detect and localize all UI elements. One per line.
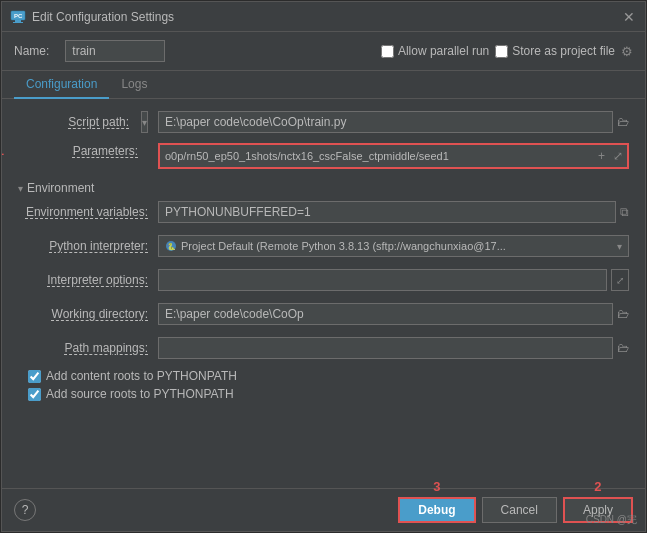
parameters-input-wrapper: + ⤢	[158, 143, 629, 169]
add-content-roots-row: Add content roots to PYTHONPATH	[18, 369, 629, 383]
working-dir-folder-icon[interactable]: 🗁	[617, 307, 629, 321]
name-label: Name:	[14, 44, 49, 58]
debug-wrapper: 3 Debug	[398, 497, 475, 523]
python-interpreter-row: Python interpreter: 🐍 Project Default (R…	[18, 233, 629, 259]
parameters-row: 1 Parameters: + ⤢	[18, 143, 629, 169]
dialog-title: Edit Configuration Settings	[32, 10, 174, 24]
add-source-roots-row: Add source roots to PYTHONPATH	[18, 387, 629, 401]
script-path-field: 🗁	[158, 111, 629, 133]
python-interpreter-label: Python interpreter:	[18, 239, 158, 253]
add-source-roots-checkbox[interactable]	[28, 388, 41, 401]
interpreter-options-expand[interactable]: ⤢	[611, 269, 629, 291]
script-path-label: Script path:	[2, 115, 139, 129]
watermark: CSDN @完	[586, 513, 637, 527]
title-bar: PC Edit Configuration Settings ✕	[2, 2, 645, 32]
close-button[interactable]: ✕	[621, 9, 637, 25]
add-source-roots-label[interactable]: Add source roots to PYTHONPATH	[28, 387, 234, 401]
script-path-dropdown[interactable]: ▾	[141, 111, 148, 133]
interpreter-value: Project Default (Remote Python 3.8.13 (s…	[181, 240, 506, 252]
working-directory-label: Working directory:	[18, 307, 158, 321]
interpreter-options-field: ⤢	[158, 269, 629, 291]
annotation-2: 2	[594, 479, 601, 494]
script-path-folder-icon[interactable]: 🗁	[617, 115, 629, 129]
help-button[interactable]: ?	[14, 499, 36, 521]
tab-configuration[interactable]: Configuration	[14, 71, 109, 99]
cancel-button[interactable]: Cancel	[482, 497, 557, 523]
env-copy-icon[interactable]: ⧉	[620, 205, 629, 219]
parameters-add-btn[interactable]: +	[595, 148, 608, 164]
title-bar-left: PC Edit Configuration Settings	[10, 9, 174, 25]
working-directory-input[interactable]	[158, 303, 613, 325]
path-mappings-input[interactable]	[158, 337, 613, 359]
debug-button[interactable]: Debug	[398, 497, 475, 523]
checkbox-group: Allow parallel run Store as project file…	[381, 44, 633, 59]
add-content-roots-label[interactable]: Add content roots to PYTHONPATH	[28, 369, 237, 383]
path-mappings-field: 🗁	[158, 337, 629, 359]
interpreter-options-input[interactable]	[158, 269, 607, 291]
python-interpreter-field: 🐍 Project Default (Remote Python 3.8.13 …	[158, 235, 629, 257]
working-directory-row: Working directory: 🗁	[18, 301, 629, 327]
python-interpreter-select[interactable]: 🐍 Project Default (Remote Python 3.8.13 …	[158, 235, 629, 257]
edit-config-dialog: PC Edit Configuration Settings ✕ Name: A…	[1, 1, 646, 532]
path-mappings-label: Path mappings:	[18, 341, 158, 355]
params-label-wrapper: 1 Parameters:	[18, 143, 158, 158]
bottom-bar: ? 3 Debug Cancel 2 Apply	[2, 488, 645, 531]
script-path-input[interactable]	[158, 111, 613, 133]
top-bar: Name: Allow parallel run Store as projec…	[2, 32, 645, 71]
environment-arrow[interactable]: ▾	[18, 183, 23, 194]
gear-icon[interactable]: ⚙	[621, 44, 633, 59]
env-variables-label: Environment variables:	[18, 205, 158, 219]
env-variables-input[interactable]	[158, 201, 616, 223]
path-mappings-row: Path mappings: 🗁	[18, 335, 629, 361]
interpreter-options-label: Interpreter options:	[18, 273, 158, 287]
env-variables-field: ⧉	[158, 201, 629, 223]
name-input[interactable]	[65, 40, 165, 62]
environment-section: ▾ Environment	[18, 177, 629, 199]
parameters-expand-btn[interactable]: ⤢	[610, 148, 626, 164]
path-mappings-folder-icon[interactable]: 🗁	[617, 341, 629, 355]
tab-logs[interactable]: Logs	[109, 71, 159, 99]
svg-text:PC: PC	[14, 13, 23, 19]
annotation-1: 1	[2, 143, 4, 158]
svg-text:🐍: 🐍	[167, 242, 176, 251]
store-project-checkbox[interactable]	[495, 45, 508, 58]
annotation-3: 3	[433, 479, 440, 494]
add-content-roots-checkbox[interactable]	[28, 370, 41, 383]
app-icon: PC	[10, 9, 26, 25]
allow-parallel-label[interactable]: Allow parallel run	[381, 44, 489, 58]
config-content: Script path: ▾ 🗁 1 Parameters: + ⤢ ▾ Env	[2, 99, 645, 488]
allow-parallel-checkbox[interactable]	[381, 45, 394, 58]
add-source-roots-text: Add source roots to PYTHONPATH	[46, 387, 234, 401]
python-icon: 🐍	[165, 240, 177, 252]
add-content-roots-text: Add content roots to PYTHONPATH	[46, 369, 237, 383]
store-project-label[interactable]: Store as project file	[495, 44, 615, 58]
working-directory-field: 🗁	[158, 303, 629, 325]
tabs: Configuration Logs	[2, 71, 645, 99]
svg-rect-1	[15, 20, 21, 22]
script-path-row: Script path: ▾ 🗁	[18, 109, 629, 135]
parameters-label: Parameters:	[8, 144, 148, 158]
script-path-label-wrapper: Script path: ▾	[18, 111, 158, 133]
parameters-input[interactable]	[161, 146, 593, 166]
environment-label: Environment	[27, 181, 94, 195]
interpreter-options-row: Interpreter options: ⤢	[18, 267, 629, 293]
interpreter-dropdown-arrow: ▾	[617, 241, 622, 252]
svg-rect-2	[13, 22, 23, 23]
env-variables-row: Environment variables: ⧉	[18, 199, 629, 225]
